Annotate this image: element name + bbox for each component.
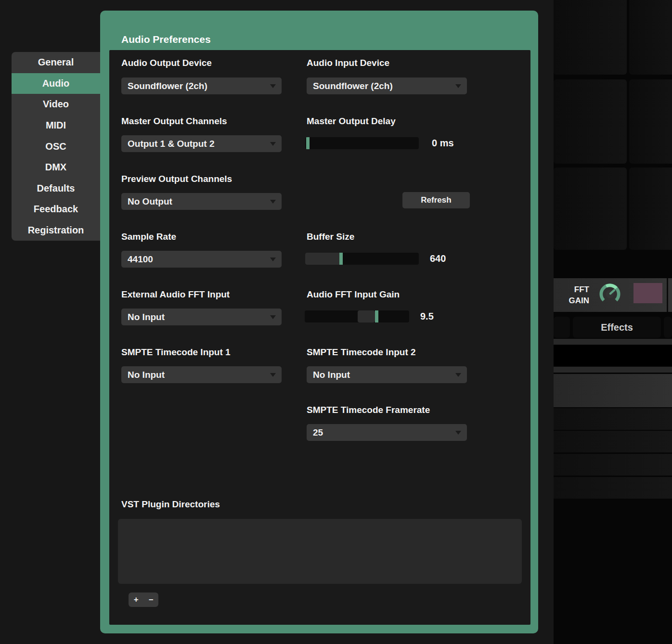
audio-input-device-value: Soundflower (2ch)	[313, 77, 393, 94]
external-audio-fft-input-dropdown[interactable]: No Input	[121, 309, 282, 325]
buffer-size-slider[interactable]	[305, 253, 419, 265]
clip-cell[interactable]	[554, 0, 627, 75]
clip-cell[interactable]	[629, 79, 672, 164]
sidebar-item-feedback[interactable]: Feedback	[12, 199, 100, 220]
dialog-body: Audio Output Device Soundflower (2ch) Au…	[109, 50, 530, 625]
vst-plugin-directories-list[interactable]	[118, 519, 522, 584]
smpte-timecode-input-1-label: SMPTE Timecode Input 1	[121, 347, 231, 358]
list-row[interactable]	[554, 454, 672, 476]
sidebar-item-dmx[interactable]: DMX	[12, 157, 100, 178]
divider-strip	[554, 367, 672, 373]
background-band	[554, 345, 672, 366]
chevron-down-icon	[270, 258, 276, 261]
master-output-channels-label: Master Output Channels	[121, 116, 227, 127]
slider-handle[interactable]	[375, 310, 378, 322]
divider-strip	[554, 339, 672, 345]
chevron-down-icon	[270, 142, 276, 146]
audio-preferences-dialog: Audio Preferences Audio Output Device So…	[100, 11, 538, 633]
list-row[interactable]	[554, 431, 672, 452]
add-directory-button[interactable]: +	[134, 592, 139, 607]
clip-cell[interactable]	[554, 167, 627, 250]
vst-plugin-directories-label: VST Plugin Directories	[121, 499, 220, 510]
fft-gain-label: FFT GAIN	[566, 284, 589, 306]
external-audio-fft-input-value: No Input	[128, 309, 165, 325]
sidebar-item-osc[interactable]: OSC	[12, 136, 100, 157]
chevron-down-icon	[270, 315, 276, 319]
master-output-delay-label: Master Output Delay	[307, 116, 396, 127]
list-row[interactable]	[554, 477, 672, 499]
preview-output-channels-dropdown[interactable]: No Output	[121, 193, 282, 210]
sidebar-item-defaults[interactable]: Defaults	[12, 178, 100, 199]
audio-output-device-value: Soundflower (2ch)	[128, 77, 207, 94]
slider-handle[interactable]	[306, 137, 310, 149]
clip-cell[interactable]	[629, 0, 672, 75]
fft-gain-label-line1: FFT	[574, 285, 589, 294]
list-edit-buttons: + –	[129, 592, 158, 607]
audio-input-device-label: Audio Input Device	[307, 58, 389, 68]
sidebar-item-registration[interactable]: Registration	[12, 220, 100, 241]
master-output-channels-dropdown[interactable]: Output 1 & Output 2	[121, 135, 282, 152]
smpte-timecode-framerate-value: 25	[313, 424, 323, 441]
smpte-timecode-framerate-dropdown[interactable]: 25	[307, 424, 467, 441]
smpte-timecode-input-2-label: SMPTE Timecode Input 2	[307, 347, 416, 358]
slider-grip[interactable]	[358, 310, 375, 322]
sidebar-item-general[interactable]: General	[12, 52, 100, 73]
chevron-down-icon	[455, 84, 461, 88]
dialog-title: Audio Preferences	[121, 34, 211, 45]
fft-gain-label-line2: GAIN	[569, 296, 590, 305]
list-row[interactable]	[554, 408, 672, 430]
slider-fill	[305, 253, 339, 265]
buffer-size-value: 640	[430, 253, 446, 265]
tab-effects[interactable]: Effects	[573, 317, 661, 338]
clip-cell[interactable]	[554, 79, 627, 164]
clip-cell[interactable]	[629, 167, 672, 250]
smpte-timecode-framerate-label: SMPTE Timecode Framerate	[307, 405, 430, 415]
chevron-down-icon	[270, 84, 276, 88]
audio-fft-input-gain-value: 9.5	[420, 310, 434, 322]
audio-output-device-dropdown[interactable]: Soundflower (2ch)	[121, 77, 282, 94]
smpte-timecode-input-2-value: No Input	[313, 366, 350, 383]
sample-rate-value: 44100	[128, 251, 153, 268]
buffer-size-label: Buffer Size	[307, 232, 354, 242]
audio-input-device-dropdown[interactable]: Soundflower (2ch)	[307, 77, 467, 94]
smpte-timecode-input-1-value: No Input	[128, 366, 165, 383]
preferences-sidebar: General Audio Video MIDI OSC DMX Default…	[12, 52, 100, 241]
sidebar-item-midi[interactable]: MIDI	[12, 115, 100, 136]
panel-divider	[667, 278, 668, 312]
smpte-timecode-input-2-dropdown[interactable]: No Input	[307, 366, 467, 383]
color-swatch[interactable]	[633, 283, 662, 303]
smpte-timecode-input-1-dropdown[interactable]: No Input	[121, 366, 282, 383]
tab-right-fragment[interactable]	[664, 317, 672, 338]
refresh-button[interactable]: Refresh	[402, 192, 470, 208]
chevron-down-icon	[455, 373, 461, 377]
fft-gain-panel: FFT GAIN	[554, 278, 672, 312]
sidebar-item-audio[interactable]: Audio	[12, 73, 100, 94]
master-output-channels-value: Output 1 & Output 2	[128, 135, 214, 152]
highlighted-row[interactable]	[554, 374, 672, 407]
sample-rate-label: Sample Rate	[121, 232, 176, 242]
chevron-down-icon	[455, 431, 461, 435]
external-audio-fft-input-label: External Audio FFT Input	[121, 289, 230, 300]
tab-left-fragment[interactable]	[554, 317, 570, 338]
sidebar-item-video[interactable]: Video	[12, 94, 100, 115]
preview-output-channels-value: No Output	[128, 193, 172, 210]
app-window: FFT GAIN Effects General	[0, 0, 672, 644]
audio-output-device-label: Audio Output Device	[121, 58, 212, 68]
master-output-delay-value: 0 ms	[432, 137, 454, 149]
chevron-down-icon	[270, 200, 276, 204]
background-panel: FFT GAIN Effects	[554, 0, 672, 644]
sample-rate-dropdown[interactable]: 44100	[121, 251, 282, 268]
fft-gain-knob-icon[interactable]	[599, 283, 621, 305]
preview-output-channels-label: Preview Output Channels	[121, 174, 232, 184]
master-output-delay-slider[interactable]	[305, 137, 419, 149]
audio-fft-input-gain-label: Audio FFT Input Gain	[307, 289, 400, 300]
tab-effects-label: Effects	[573, 317, 661, 338]
slider-handle[interactable]	[339, 253, 343, 265]
remove-directory-button[interactable]: –	[149, 592, 153, 607]
audio-fft-input-gain-slider[interactable]	[305, 310, 409, 322]
chevron-down-icon	[270, 373, 276, 377]
